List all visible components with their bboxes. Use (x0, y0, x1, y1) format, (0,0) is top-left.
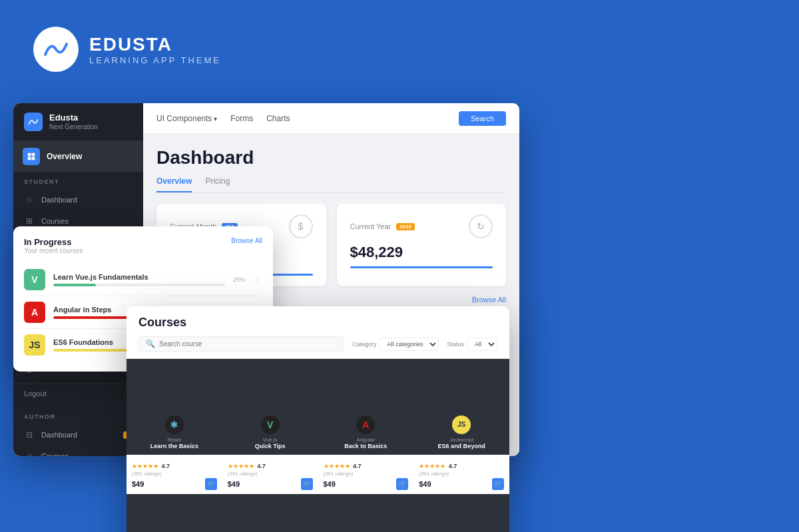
category-select[interactable]: All categories (380, 338, 439, 351)
cart-btn-angular[interactable]: 🛒 (396, 478, 408, 490)
rating-vue: 4.7 (257, 463, 266, 469)
stat-year-badge: 2019 (396, 223, 415, 230)
sidebar-overview-item[interactable]: Overview (13, 141, 143, 172)
react-card-icon: ⚛ (165, 415, 184, 434)
browse-all-link[interactable]: Browse All (472, 296, 506, 304)
stat-year-label: Current Year (350, 222, 392, 230)
status-label: Status (447, 341, 464, 348)
courses-window-title: Courses (138, 316, 497, 330)
price-vue: $49 (228, 480, 240, 488)
ip-title-group: In Progress Your recent courses (24, 237, 83, 254)
course-card-typescript[interactable]: A Angular Typescript and Beyond (382, 494, 509, 532)
courses-window-header: Courses 🔍 Category All categories Status… (127, 306, 509, 359)
rating-react: 4.7 (161, 463, 170, 469)
stat-year-value: $48,229 (350, 244, 493, 261)
count-react: (391 ratings) (132, 471, 217, 477)
student-section-label: STUDENT (13, 172, 143, 189)
price-row-angular: $49 🛒 (324, 478, 409, 490)
sidebar-item-student-dashboard[interactable]: ☆ Dashboard (13, 189, 143, 210)
card-name-react: Learn the Basics (150, 443, 198, 449)
monitor-icon: ⊟ (24, 429, 35, 440)
course-card-react[interactable]: ⚛ React Learn the Basics (127, 359, 222, 455)
ip-title: In Progress (24, 237, 83, 247)
cart-btn-vue[interactable]: 🛒 (301, 478, 313, 490)
status-select[interactable]: All (467, 338, 497, 351)
course-card-angular[interactable]: A Angular Back to Basics (318, 359, 414, 455)
progress-fill-vue (53, 284, 96, 286)
stat-card-year: Current Year 2019 ↻ $48,229 (337, 204, 507, 286)
card-tech-angular: Angular (357, 437, 376, 443)
card-info-angular: ★★★★★ 4.7 (391 ratings) $49 🛒 (318, 455, 414, 494)
nav-item-charts[interactable]: Charts (266, 111, 290, 126)
stars-js: ★★★★★ (419, 463, 445, 469)
course-card-vue[interactable]: V Vue.js Quick Tips (222, 359, 318, 455)
stars-vue: ★★★★★ (228, 463, 254, 469)
nav-item-ui-components[interactable]: UI Components (156, 111, 217, 126)
tab-pricing[interactable]: Pricing (205, 176, 230, 192)
search-button[interactable]: Search (459, 111, 506, 126)
sidebar-brand-sub: Next Generation (49, 123, 98, 131)
diamond-icon: ◇ (24, 451, 35, 456)
search-input[interactable] (159, 340, 337, 348)
sidebar-brand-text: Edusta Next Generation (49, 113, 98, 131)
overview-icon (23, 148, 40, 165)
course-search[interactable]: 🔍 (138, 336, 344, 352)
js-card-icon: JS (452, 415, 471, 434)
cart-btn-js[interactable]: 🛒 (492, 478, 504, 490)
angular-card-icon: A (356, 415, 375, 434)
course-pct-vue: 25% (233, 276, 245, 283)
js-icon: JS (24, 334, 45, 356)
ip-browse-all[interactable]: Browse All (231, 237, 262, 244)
stat-month-icon: $ (289, 214, 313, 238)
sidebar-label: Courses (41, 452, 69, 456)
price-row-vue: $49 🛒 (228, 478, 313, 490)
stars-react: ★★★★★ (132, 463, 158, 469)
price-js: $49 (419, 480, 431, 488)
author-section: AUTHOR ⊟ Dashboard 8 ◇ Courses (13, 407, 143, 456)
tab-overview[interactable]: Overview (156, 176, 192, 192)
list-item: ⚛ React Learn the Basics ★★★★★ 4.7 (391 … (127, 359, 222, 494)
top-navigation: UI Components Forms Charts Search (143, 103, 519, 134)
status-filter: Status All (447, 338, 497, 351)
brand-text: EDUSTA LEARNING APP THEME (89, 34, 221, 65)
count-angular: (391 ratings) (324, 471, 409, 477)
sidebar-brand: Edusta Next Generation (13, 103, 143, 141)
course-card-gitlab[interactable]: 🦊 GitLab Git Workflows (254, 494, 382, 532)
course-info-vue: Learn Vue.js Fundamentals (53, 273, 225, 286)
count-js: (391 ratings) (419, 471, 504, 477)
svg-rect-0 (28, 153, 31, 156)
course-name-vue: Learn Vue.js Fundamentals (53, 273, 225, 281)
courses-grid-row2: ⬡ Node ES6 and Beyond 🦊 GitLab Git Workf… (127, 494, 509, 532)
course-card-node[interactable]: ⬡ Node ES6 and Beyond (127, 494, 254, 532)
price-react: $49 (132, 480, 144, 488)
card-tech-js: Javascript (449, 437, 473, 443)
star-icon: ☆ (24, 194, 35, 205)
card-tech-vue: Vue.js (263, 437, 278, 443)
stat-year-icon: ↻ (469, 214, 493, 238)
dashboard-tabs: Overview Pricing (156, 176, 506, 193)
brand-header: EDUSTA LEARNING APP THEME (33, 27, 260, 72)
cart-btn-react[interactable]: 🛒 (205, 478, 217, 490)
card-name-angular: Back to Basics (344, 443, 387, 449)
price-row-react: $49 🛒 (132, 478, 217, 490)
course-card-js[interactable]: JS Javascript ES6 and Beyond (413, 359, 509, 455)
overview-label: Overview (47, 152, 82, 161)
vue-card-icon: V (261, 415, 280, 434)
card-name-js: ES6 and Beyond (438, 443, 485, 449)
sidebar-label: Dashboard (41, 196, 77, 204)
sidebar-label: Dashboard (41, 431, 77, 439)
logout-label: Logout (24, 390, 47, 398)
card-tech-react: React (167, 437, 181, 443)
course-menu-vue[interactable]: ⋮ (253, 274, 262, 285)
nav-item-forms[interactable]: Forms (230, 111, 253, 126)
category-label: Category (352, 341, 377, 348)
progress-bar-vue (53, 284, 225, 286)
sidebar-brand-name: Edusta (49, 113, 98, 123)
sidebar-logout[interactable]: Logout (13, 384, 143, 403)
courses-window: Courses 🔍 Category All categories Status… (127, 306, 509, 532)
sidebar-item-author-courses[interactable]: ◇ Courses (13, 445, 143, 456)
list-item: A Angular Back to Basics ★★★★★ 4.7 (391 … (318, 359, 414, 494)
sidebar-item-author-dashboard[interactable]: ⊟ Dashboard 8 (13, 424, 143, 445)
courses-filters: 🔍 Category All categories Status All (138, 336, 497, 352)
sidebar-label: Courses (41, 217, 69, 225)
